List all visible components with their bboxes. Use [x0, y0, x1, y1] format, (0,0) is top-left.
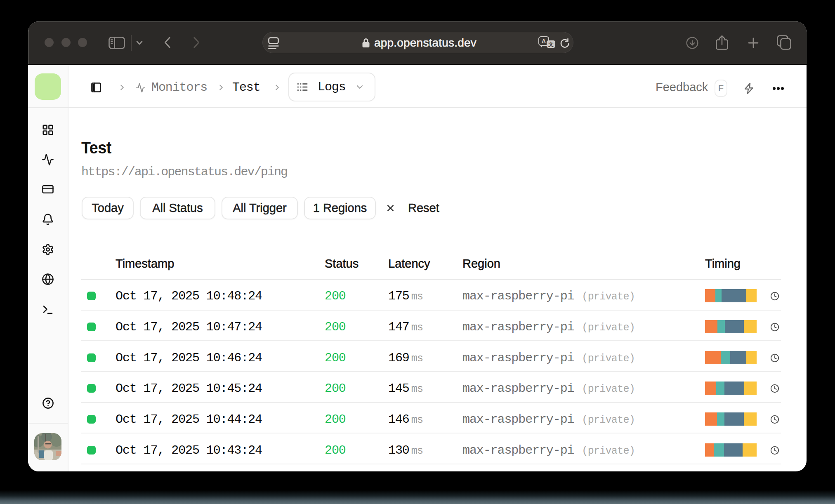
svg-text:A: A [542, 38, 546, 45]
svg-text:文: 文 [548, 41, 554, 47]
